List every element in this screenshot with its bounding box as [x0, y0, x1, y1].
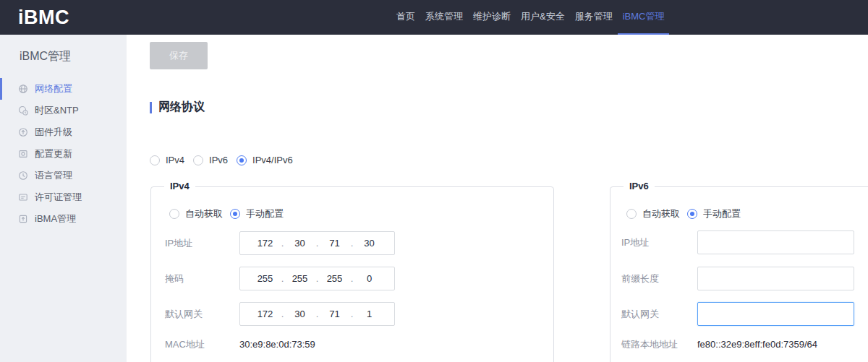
- octet: 0: [357, 273, 382, 284]
- ibmc-logo: iBMC: [18, 0, 69, 35]
- ipv4-ip-label: IP地址: [165, 231, 192, 255]
- main-content: 保存 网络协议 IPv4 IPv6 IPv4/IPv6 IPv4: [127, 35, 868, 362]
- ipv6-link-local-value: fe80::32e9:8eff:fe0d:7359/64: [697, 336, 817, 353]
- octet: 30: [357, 238, 382, 249]
- title-accent-bar: [150, 102, 152, 113]
- nav-item-ibmc-management[interactable]: iBMC管理: [618, 0, 670, 35]
- ipv6-fieldset: IPv6 自动获取 手动配置 IP地址 前缀长度 默认网关 链路本地地址 fe8…: [610, 186, 868, 362]
- octet: 172: [253, 238, 278, 249]
- radio-icon: [626, 209, 637, 219]
- sidebar-item-label: 许可证管理: [35, 191, 82, 204]
- sidebar-title: iBMC管理: [20, 49, 71, 64]
- ipv4-gateway-label: 默认网关: [165, 302, 203, 326]
- octet: 71: [323, 309, 347, 319]
- octet: 1: [357, 309, 382, 319]
- top-navigation: 首页 系统管理 维护诊断 用户&安全 服务管理 iBMC管理: [391, 0, 669, 35]
- ipv6-prefix-input[interactable]: [697, 267, 854, 290]
- config-update-icon: [18, 149, 28, 159]
- sidebar-menu: 网络配置 时区&NTP 固件升级 配置更新: [0, 78, 127, 230]
- sidebar-item-network-config[interactable]: 网络配置: [0, 78, 127, 100]
- timezone-ntp-icon: [18, 105, 28, 116]
- octet-separator: .: [278, 238, 288, 249]
- nav-item-user-security[interactable]: 用户&安全: [516, 0, 570, 35]
- sidebar-item-label: 配置更新: [35, 147, 72, 160]
- ipv6-radio-manual[interactable]: 手动配置: [687, 207, 741, 220]
- ipv4-mac-value: 30:e9:8e:0d:73:59: [239, 336, 315, 353]
- protocol-radio-group: IPv4 IPv6 IPv4/IPv6: [150, 155, 293, 165]
- sidebar-item-label: 网络配置: [35, 82, 72, 95]
- sidebar-item-ibma-management[interactable]: iBMA管理: [0, 208, 127, 230]
- sidebar-item-firmware-upgrade[interactable]: 固件升级: [0, 121, 127, 143]
- ipv4-gateway-input[interactable]: 172 . 30 . 71 . 1: [239, 302, 395, 326]
- ipv4-radio-auto[interactable]: 自动获取: [169, 207, 223, 220]
- topbar: iBMC 首页 系统管理 维护诊断 用户&安全 服务管理 iBMC管理: [0, 0, 868, 35]
- octet: 30: [288, 238, 312, 249]
- octet-separator: .: [347, 309, 357, 319]
- sidebar-item-label: 固件升级: [35, 126, 72, 139]
- ipv4-mac-label: MAC地址: [165, 336, 205, 353]
- sidebar-item-language-management[interactable]: 语言管理: [0, 165, 127, 186]
- ipv4-radio-manual[interactable]: 手动配置: [230, 207, 284, 220]
- ipv6-mode-radio-group: 自动获取 手动配置: [626, 207, 741, 220]
- ibma-icon: [18, 214, 28, 224]
- sidebar-item-label: 时区&NTP: [35, 104, 79, 117]
- radio-ipv4-ipv6[interactable]: IPv4/IPv6: [237, 155, 293, 165]
- ipv6-gateway-input[interactable]: [697, 302, 854, 326]
- section-title-network-protocol: 网络协议: [150, 100, 205, 115]
- sidebar-item-label: 语言管理: [35, 169, 72, 182]
- ipv4-fieldset: IPv4 自动获取 手动配置 IP地址 172 . 30 . 71 . 3: [150, 186, 554, 362]
- octet-separator: .: [347, 273, 357, 284]
- ipv4-mode-radio-group: 自动获取 手动配置: [169, 207, 284, 220]
- page-title: 网络协议: [158, 100, 205, 115]
- radio-icon: [150, 155, 160, 165]
- octet: 255: [323, 273, 347, 284]
- octet: 255: [288, 273, 312, 284]
- octet-separator: .: [312, 309, 323, 319]
- ipv6-legend: IPv6: [624, 181, 655, 191]
- octet: 30: [288, 309, 312, 319]
- octet-separator: .: [278, 273, 288, 284]
- octet-separator: .: [347, 238, 357, 249]
- sidebar-item-config-update[interactable]: 配置更新: [0, 143, 127, 165]
- octet-separator: .: [312, 273, 323, 284]
- radio-icon: [230, 209, 240, 219]
- nav-item-service-management[interactable]: 服务管理: [570, 0, 618, 35]
- octet-separator: .: [312, 238, 323, 249]
- sidebar-item-timezone-ntp[interactable]: 时区&NTP: [0, 100, 127, 121]
- radio-ipv6[interactable]: IPv6: [193, 155, 228, 165]
- network-icon: [18, 84, 28, 94]
- language-icon: [18, 171, 28, 181]
- octet-separator: .: [278, 309, 288, 319]
- ipv6-radio-auto[interactable]: 自动获取: [626, 207, 680, 220]
- ipv4-ip-input[interactable]: 172 . 30 . 71 . 30: [239, 231, 395, 255]
- ipv4-legend: IPv4: [164, 181, 195, 191]
- octet: 172: [253, 309, 278, 319]
- ipv4-mask-label: 掩码: [165, 267, 184, 290]
- ipv6-gateway-label: 默认网关: [621, 302, 659, 326]
- radio-icon: [687, 209, 697, 219]
- ipv6-prefix-label: 前缀长度: [621, 267, 659, 290]
- radio-ipv4[interactable]: IPv4: [150, 155, 184, 165]
- nav-item-maintenance-diagnosis[interactable]: 维护诊断: [468, 0, 516, 35]
- octet: 255: [253, 273, 278, 284]
- save-button[interactable]: 保存: [150, 42, 208, 69]
- octet: 71: [323, 238, 347, 249]
- radio-icon: [237, 155, 247, 165]
- ipv6-ip-input[interactable]: [697, 230, 854, 254]
- nav-item-system-management[interactable]: 系统管理: [420, 0, 468, 35]
- sidebar-item-label: iBMA管理: [35, 212, 76, 225]
- sidebar-item-license-management[interactable]: 许可证管理: [0, 186, 127, 208]
- license-icon: [18, 192, 28, 202]
- ipv4-mask-input[interactable]: 255 . 255 . 255 . 0: [239, 267, 395, 290]
- sidebar: iBMC管理 网络配置 时区&NTP 固件升级: [0, 35, 127, 362]
- radio-icon: [169, 209, 179, 219]
- ipv6-ip-label: IP地址: [621, 230, 649, 254]
- ipv6-link-local-label: 链路本地地址: [621, 336, 678, 353]
- radio-icon: [193, 155, 203, 165]
- ibmc-management-page: iBMC 首页 系统管理 维护诊断 用户&安全 服务管理 iBMC管理 iBMC…: [0, 0, 868, 362]
- nav-item-home[interactable]: 首页: [391, 0, 420, 35]
- firmware-upgrade-icon: [18, 127, 28, 137]
